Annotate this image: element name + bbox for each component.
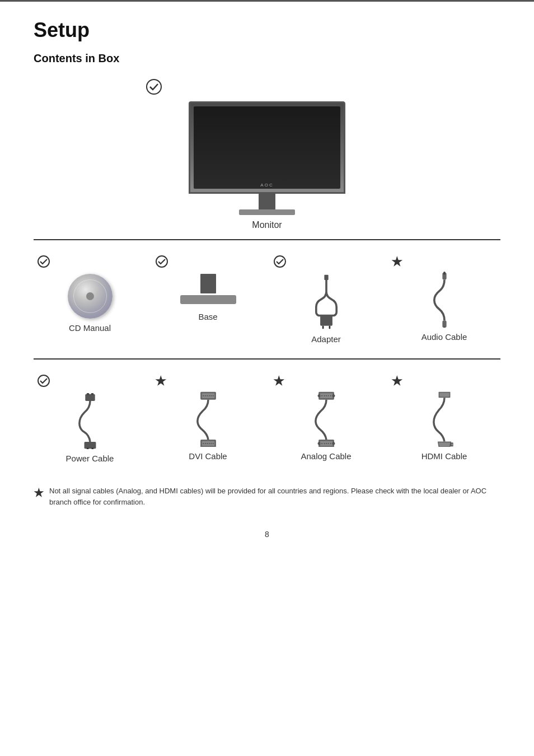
analog-cable-cell: ★ — [270, 368, 382, 469]
svg-point-33 — [210, 443, 212, 444]
cd-disc — [68, 274, 113, 319]
svg-point-49 — [327, 443, 329, 444]
section-title: Contents in Box — [34, 52, 500, 65]
footer-note: ★ Not all signal cables (Analog, and HDM… — [34, 486, 500, 507]
svg-point-50 — [330, 443, 331, 444]
cd-checkmark — [37, 255, 50, 272]
svg-rect-54 — [439, 393, 449, 396]
svg-point-0 — [147, 80, 161, 94]
svg-point-47 — [324, 443, 325, 444]
svg-point-1 — [38, 256, 49, 267]
cd-hole — [86, 292, 94, 300]
adapter-cable-svg — [310, 274, 343, 330]
svg-marker-56 — [438, 442, 450, 446]
base-foot-part — [180, 295, 236, 304]
svg-rect-5 — [320, 316, 332, 326]
hdmi-cable-svg — [428, 391, 461, 447]
svg-point-29 — [203, 443, 204, 444]
adapter-checkmark — [273, 255, 287, 272]
base-checkmark — [155, 255, 168, 272]
svg-rect-17 — [86, 447, 88, 449]
svg-point-43 — [332, 395, 334, 397]
page-number: 8 — [34, 530, 500, 539]
svg-point-25 — [210, 395, 212, 396]
svg-point-24 — [208, 395, 209, 396]
row2-grid: Power Cable ★ — [34, 368, 500, 469]
divider-1 — [34, 239, 500, 240]
power-cable-cell: Power Cable — [34, 368, 146, 469]
monitor-brand: AOC — [260, 183, 273, 188]
svg-point-22 — [204, 395, 205, 396]
svg-point-46 — [321, 443, 322, 444]
base-label: Base — [198, 312, 217, 321]
monitor-checkmark — [146, 78, 162, 99]
svg-point-26 — [212, 395, 213, 396]
svg-rect-6 — [322, 326, 324, 329]
svg-point-30 — [204, 443, 205, 444]
svg-point-40 — [327, 395, 329, 396]
svg-point-21 — [203, 395, 204, 396]
svg-point-2 — [156, 256, 167, 267]
svg-point-31 — [207, 443, 208, 444]
monitor-label: Monitor — [252, 220, 282, 230]
page-title: Setup — [34, 18, 500, 42]
footer-note-text: Not all signal cables (Analog, and HDMI … — [49, 486, 500, 507]
hdmi-cable-label: HDMI Cable — [421, 451, 467, 461]
svg-rect-58 — [451, 444, 453, 445]
monitor-base-stand — [239, 209, 295, 215]
svg-point-34 — [212, 443, 213, 444]
monitor-section: AOC Monitor — [34, 78, 500, 230]
page-content: Setup Contents in Box AOC Monitor — [0, 18, 534, 561]
svg-point-51 — [317, 442, 320, 445]
monitor-screen-inner — [194, 106, 340, 189]
audio-cable-cell: ★ Audio Cable — [388, 249, 500, 349]
monitor-neck — [259, 194, 275, 209]
base-cell: Base — [152, 249, 264, 349]
svg-point-3 — [274, 256, 285, 267]
analog-cable-svg — [310, 391, 343, 447]
svg-point-37 — [321, 395, 322, 396]
svg-rect-15 — [91, 393, 93, 395]
svg-rect-9 — [443, 272, 446, 274]
cd-manual-cell: CD Manual — [34, 249, 146, 349]
svg-point-38 — [324, 395, 325, 396]
power-cable-checkmark — [37, 374, 50, 391]
dvi-cable-asterisk: ★ — [155, 374, 166, 389]
monitor-screen: AOC — [189, 101, 345, 194]
dvi-cable-svg — [191, 391, 225, 447]
svg-point-12 — [38, 375, 49, 386]
svg-point-23 — [207, 395, 208, 396]
svg-rect-16 — [84, 442, 96, 449]
svg-rect-14 — [86, 393, 88, 395]
svg-point-41 — [330, 395, 331, 396]
power-cable-label: Power Cable — [66, 454, 114, 463]
row1-grid: CD Manual Base — [34, 249, 500, 349]
cd-manual-label: CD Manual — [69, 323, 111, 333]
divider-2 — [34, 358, 500, 360]
audio-cable-svg — [428, 272, 461, 328]
dvi-cable-cell: ★ — [152, 368, 264, 469]
svg-point-39 — [326, 395, 327, 396]
base-neck-part — [200, 274, 216, 293]
svg-point-52 — [332, 442, 334, 445]
adapter-label: Adapter — [311, 334, 341, 344]
audio-cable-label: Audio Cable — [421, 332, 467, 342]
svg-point-42 — [317, 395, 320, 397]
svg-rect-13 — [85, 394, 95, 401]
base-stand-image — [180, 274, 236, 307]
audio-cable-asterisk: ★ — [391, 255, 402, 269]
hdmi-cable-asterisk: ★ — [391, 374, 402, 389]
adapter-cell: Adapter — [270, 249, 382, 349]
power-cable-svg — [73, 393, 107, 449]
monitor-image: AOC — [189, 101, 345, 213]
hdmi-cable-cell: ★ HDMI Cable — [388, 368, 500, 469]
analog-cable-asterisk: ★ — [273, 374, 284, 389]
svg-point-32 — [208, 443, 209, 444]
top-border — [0, 0, 534, 2]
footer-asterisk-icon: ★ — [34, 484, 44, 501]
svg-rect-4 — [324, 275, 328, 280]
svg-point-48 — [326, 443, 327, 444]
dvi-cable-label: DVI Cable — [189, 451, 227, 461]
svg-rect-10 — [442, 320, 446, 328]
svg-rect-7 — [329, 326, 330, 329]
